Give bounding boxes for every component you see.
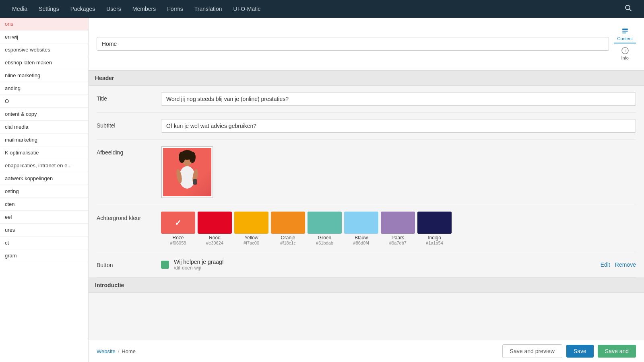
svg-point-9 [179,152,185,163]
image-placeholder [163,148,211,196]
color-swatch-groen[interactable]: Groen #61bdab [308,212,342,245]
image-label: Afbeelding [97,146,161,156]
top-nav: Media Settings Packages Users Members Fo… [0,0,644,18]
button-field: Wij helpen je graag! /dit-doen-wij/ Edit… [161,259,636,271]
form-inner: Header Title Subtitel [89,70,644,317]
svg-text:i: i [625,49,625,53]
sidebar-item-14[interactable]: cten [0,198,88,211]
sidebar: ons en wij esponsive websites ebshop lat… [0,18,89,362]
breadcrumb-separator: / [118,348,120,354]
breadcrumb-current: Home [122,348,136,354]
color-swatch-indigo[interactable]: Indigo #1a1a54 [417,212,452,245]
sidebar-item-11[interactable]: ebapplicaties, intranet en e... [0,159,88,172]
right-panel-tabs: Content i Info [614,23,636,65]
introductie-section-header: Introductie [89,278,644,293]
sidebar-item-6[interactable]: O [0,95,88,108]
svg-point-10 [189,152,196,163]
subtitle-field-row: Subtitel [97,113,636,140]
button-url: /dit-doen-wij/ [174,265,596,271]
color-swatch-rood[interactable]: Rood #e30624 [198,212,232,245]
bottom-bar: Website / Home Save and preview Save Sav… [89,340,644,362]
tab-info-label: Info [621,56,629,60]
sidebar-item-2[interactable]: esponsive websites [0,43,88,56]
button-actions: Edit Remove [601,261,636,268]
image-field-row: Afbeelding [97,140,636,205]
nav-item-members[interactable]: Members [127,0,161,18]
page-name-input[interactable] [97,37,609,51]
svg-rect-3 [622,31,628,32]
sidebar-item-17[interactable]: ct [0,237,88,249]
bg-color-field-row: Achtergrond kleur ✓ Roze #f06058 Rood #e… [97,205,636,252]
sidebar-item-1[interactable]: en wij [0,31,88,43]
title-field-row: Title [97,86,636,113]
button-field-row: Button Wij helpen je graag! /dit-doen-wi… [97,252,636,278]
edit-button-link[interactable]: Edit [601,261,610,268]
search-icon[interactable] [619,4,638,14]
breadcrumb-website-link[interactable]: Website [97,348,116,354]
color-swatch-oranje[interactable]: Oranje #f18c1c [271,212,305,245]
nav-item-settings[interactable]: Settings [33,0,65,18]
bg-color-label: Achtergrond kleur [97,212,161,221]
sidebar-item-3[interactable]: ebshop laten maken [0,56,88,69]
tab-info[interactable]: i Info [618,45,632,62]
color-swatches: ✓ Roze #f06058 Rood #e30624 Yellow #f7ac… [161,212,636,245]
nav-item-media[interactable]: Media [6,0,33,18]
content-area: Content i Info Header [89,18,644,362]
save-preview-button[interactable]: Save and preview [502,344,562,358]
bg-color-field-content: ✓ Roze #f06058 Rood #e30624 Yellow #f7ac… [161,212,636,245]
introductie-section-label: Introductie [95,282,124,288]
subtitle-field-content [161,119,636,133]
button-title: Wij helpen je graag! [174,259,596,265]
tab-content[interactable]: Content [614,26,636,43]
page-name-bar: Content i Info [89,18,644,70]
remove-button-link[interactable]: Remove [615,261,636,268]
button-label: Button [97,259,161,268]
button-field-content: Wij helpen je graag! /dit-doen-wij/ Edit… [161,259,636,271]
nav-item-translation[interactable]: Translation [189,0,228,18]
sidebar-item-18[interactable]: gram [0,249,88,262]
subtitle-label: Subtitel [97,119,161,129]
sidebar-item-15[interactable]: eel [0,211,88,224]
tab-content-label: Content [617,36,633,41]
subtitle-input[interactable] [161,119,636,133]
sidebar-item-8[interactable]: cial media [0,121,88,134]
breadcrumb: Website / Home [97,348,498,354]
save-and-button[interactable]: Save and [598,345,636,358]
sidebar-item-9[interactable]: mailmarketing [0,134,88,146]
sidebar-item-12[interactable]: aatwerk koppelingen [0,172,88,185]
nav-item-packages[interactable]: Packages [65,0,101,18]
svg-rect-2 [622,29,628,30]
sidebar-item-13[interactable]: osting [0,185,88,198]
save-button[interactable]: Save [566,345,594,358]
nav-item-forms[interactable]: Forms [161,0,189,18]
svg-rect-4 [622,33,626,33]
color-swatch-yellow[interactable]: Yellow #f7ac00 [234,212,268,245]
sidebar-item-0[interactable]: ons [0,18,88,31]
button-info: Wij helpen je graag! /dit-doen-wij/ [174,259,596,271]
main-layout: ons en wij esponsive websites ebshop lat… [0,18,644,362]
section-header-label: Header [95,75,114,81]
section-header: Header [89,70,644,86]
sidebar-item-7[interactable]: ontent & copy [0,108,88,121]
title-label: Title [97,92,161,102]
image-field-content [161,146,636,198]
sidebar-item-10[interactable]: K optimalisatie [0,146,88,159]
sidebar-item-5[interactable]: anding [0,82,88,95]
sidebar-item-16[interactable]: ures [0,224,88,237]
color-swatch-blauw[interactable]: Blauw #86d0f4 [344,212,378,245]
sidebar-item-4[interactable]: nline marketing [0,69,88,82]
image-box[interactable] [161,146,213,198]
nav-item-users[interactable]: Users [101,0,127,18]
svg-rect-15 [193,179,197,185]
title-field-content [161,92,636,106]
color-swatch-paars[interactable]: Paars #9a7db7 [381,212,415,245]
color-swatch-roze[interactable]: ✓ Roze #f06058 [161,212,195,245]
button-indicator [161,261,169,269]
form-scroll: Header Title Subtitel [89,70,644,340]
nav-item-uiomatic[interactable]: UI-O-Matic [228,0,266,18]
svg-line-1 [630,9,632,11]
title-input[interactable] [161,92,636,106]
